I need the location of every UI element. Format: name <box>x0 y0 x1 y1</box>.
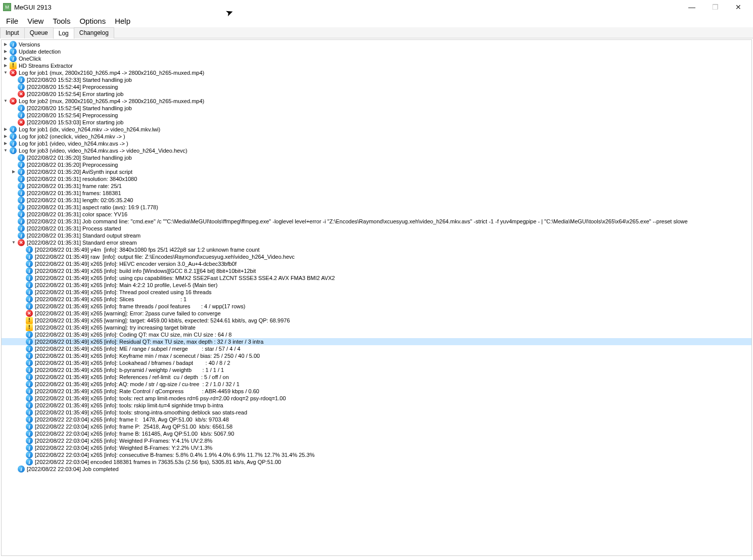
log-row[interactable]: [2022/08/20 15:52:54] Started handling j… <box>2 105 751 112</box>
log-row[interactable]: [2022/08/22 01:35:49] x265 [warning]: tr… <box>2 324 751 331</box>
log-row[interactable]: [2022/08/22 01:35:49] x265 [info]: tools… <box>2 409 751 416</box>
log-row[interactable]: Log for job1 (idx, video_h264.mkv -> vid… <box>2 126 751 133</box>
log-row[interactable]: [2022/08/22 01:35:49] x265 [info]: Codin… <box>2 331 751 338</box>
log-row[interactable]: [2022/08/20 15:52:44] Preprocessing <box>2 83 751 90</box>
log-row[interactable]: [2022/08/22 01:35:49] x265 [info]: frame… <box>2 303 751 310</box>
info-icon <box>18 465 25 473</box>
log-text: [2022/08/22 01:35:49] x265 [info]: Codin… <box>35 331 231 338</box>
log-row[interactable]: [2022/08/22 01:35:49] x265 [info]: tools… <box>2 395 751 402</box>
info-icon <box>26 345 33 352</box>
log-row[interactable]: [2022/08/22 01:35:31] Standard output st… <box>2 232 751 239</box>
log-row[interactable]: [2022/08/22 22:03:04] x265 [info]: frame… <box>2 423 751 430</box>
log-row[interactable]: Versions <box>2 41 751 48</box>
expand-icon[interactable] <box>2 55 10 62</box>
log-row[interactable]: [2022/08/22 22:03:04] Job completed <box>2 465 751 473</box>
log-row[interactable]: [2022/08/22 01:35:31] frame rate: 25/1 <box>2 182 751 190</box>
info-icon <box>26 366 33 374</box>
menu-file[interactable]: File <box>2 16 22 26</box>
log-row[interactable]: [2022/08/22 01:35:49] x265 [info]: Resid… <box>2 338 751 345</box>
log-row[interactable]: [2022/08/22 01:35:31] Job command line: … <box>2 218 751 225</box>
expand-icon[interactable] <box>2 140 10 147</box>
log-row[interactable]: [2022/08/22 01:35:31] Process started <box>2 225 751 232</box>
log-row[interactable]: [2022/08/22 01:35:49] x265 [info]: Keyfr… <box>2 352 751 359</box>
error-icon <box>26 310 33 317</box>
log-row[interactable]: [2022/08/22 01:35:49] raw [info]: output… <box>2 253 751 260</box>
menu-view[interactable]: View <box>23 16 48 26</box>
log-row[interactable]: [2022/08/22 01:35:49] x265 [info]: Slice… <box>2 296 751 303</box>
expand-icon[interactable] <box>2 133 10 140</box>
log-row[interactable]: Log for job3 (video, video_h264.mkv.avs … <box>2 147 751 154</box>
log-row[interactable]: [2022/08/22 01:35:49] x265 [info]: Threa… <box>2 289 751 296</box>
log-row[interactable]: [2022/08/22 01:35:31] length: 02:05:35.2… <box>2 197 751 204</box>
log-row[interactable]: [2022/08/20 15:52:54] Preprocessing <box>2 112 751 119</box>
menu-options[interactable]: Options <box>75 16 110 26</box>
log-text: [2022/08/22 22:03:04] x265 [info]: Weigh… <box>35 444 212 451</box>
log-row[interactable]: Log for job1 (mux, 2800x2160_h265.mp4 ->… <box>2 69 751 76</box>
info-icon <box>18 218 25 225</box>
maximize-button[interactable]: ❐ <box>703 0 727 14</box>
close-button[interactable]: ✕ <box>727 0 750 14</box>
log-text: [2022/08/22 01:35:49] x265 [warning]: ta… <box>35 317 290 324</box>
log-row[interactable]: Log for job2 (mux, 2800x2160_h265.mp4 ->… <box>2 98 751 105</box>
collapse-icon[interactable] <box>2 147 10 154</box>
log-row[interactable]: [2022/08/22 01:35:31] frames: 188381 <box>2 190 751 197</box>
collapse-icon[interactable] <box>2 98 10 105</box>
log-row[interactable]: [2022/08/22 01:35:49] x265 [info]: Main … <box>2 282 751 289</box>
log-row[interactable]: [2022/08/22 01:35:31] Standard error str… <box>2 239 751 246</box>
log-row[interactable]: Log for job1 (video, video_h264.mkv.avs … <box>2 140 751 147</box>
expand-icon[interactable] <box>10 168 18 175</box>
info-icon <box>18 197 25 204</box>
log-row[interactable]: [2022/08/22 22:03:04] x265 [info]: conse… <box>2 451 751 458</box>
log-row[interactable]: [2022/08/22 01:35:49] x265 [info]: ME / … <box>2 345 751 352</box>
menu-help[interactable]: Help <box>111 16 134 26</box>
log-row[interactable]: [2022/08/22 01:35:49] x265 [info]: Rate … <box>2 388 751 395</box>
info-icon <box>26 451 33 458</box>
log-row[interactable]: [2022/08/22 22:03:04] x265 [info]: Weigh… <box>2 437 751 444</box>
log-row[interactable]: [2022/08/22 22:03:04] x265 [info]: frame… <box>2 416 751 423</box>
info-icon <box>26 296 33 303</box>
log-row[interactable]: [2022/08/22 01:35:49] x265 [warning]: Er… <box>2 310 751 317</box>
log-row[interactable]: [2022/08/22 01:35:49] x265 [info]: Refer… <box>2 374 751 381</box>
info-icon <box>10 133 17 140</box>
expand-icon[interactable] <box>2 48 10 55</box>
log-row[interactable]: [2022/08/20 15:52:33] Started handling j… <box>2 76 751 83</box>
log-row[interactable]: [2022/08/22 01:35:49] x265 [warning]: ta… <box>2 317 751 324</box>
log-row[interactable]: [2022/08/22 01:35:31] color space: YV16 <box>2 211 751 218</box>
log-row[interactable]: [2022/08/20 15:52:54] Error starting job <box>2 90 751 98</box>
log-row[interactable]: [2022/08/22 01:35:49] x265 [info]: build… <box>2 267 751 274</box>
log-row[interactable]: HD Streams Extractor <box>2 62 751 69</box>
collapse-icon[interactable] <box>2 69 10 76</box>
log-row[interactable]: Update detection <box>2 48 751 55</box>
tab-input[interactable]: Input <box>0 27 25 38</box>
tree-spacer <box>18 423 26 430</box>
menu-tools[interactable]: Tools <box>49 16 74 26</box>
expand-icon[interactable] <box>2 62 10 69</box>
log-row[interactable]: [2022/08/22 01:35:49] x265 [info]: HEVC … <box>2 260 751 267</box>
log-row[interactable]: [2022/08/22 01:35:31] resolution: 3840x1… <box>2 175 751 182</box>
log-row[interactable]: [2022/08/22 01:35:49] x265 [info]: Looka… <box>2 359 751 366</box>
expand-icon[interactable] <box>2 126 10 133</box>
log-row[interactable]: [2022/08/22 01:35:49] y4m [info]: 3840x1… <box>2 246 751 253</box>
log-row[interactable]: [2022/08/22 01:35:49] x265 [info]: tools… <box>2 402 751 409</box>
collapse-icon[interactable] <box>10 239 18 246</box>
log-row[interactable]: Log for job2 (oneclick, video_h264.mkv -… <box>2 133 751 140</box>
tab-changelog[interactable]: Changelog <box>74 27 114 38</box>
log-row[interactable]: [2022/08/20 15:53:03] Error starting job <box>2 119 751 126</box>
minimize-button[interactable]: — <box>680 0 703 14</box>
log-row[interactable]: [2022/08/22 01:35:49] x265 [info]: using… <box>2 274 751 282</box>
log-row[interactable]: [2022/08/22 01:35:31] aspect ratio (avs)… <box>2 204 751 211</box>
log-tree[interactable]: VersionsUpdate detectionOneClickHD Strea… <box>1 39 752 556</box>
expand-icon[interactable] <box>2 41 10 48</box>
log-row[interactable]: OneClick <box>2 55 751 62</box>
log-row[interactable]: [2022/08/22 01:35:49] x265 [info]: b-pyr… <box>2 366 751 374</box>
log-text: [2022/08/22 01:35:20] AviSynth input scr… <box>27 168 132 175</box>
tab-log[interactable]: Log <box>53 28 74 39</box>
log-row[interactable]: [2022/08/22 01:35:20] AviSynth input scr… <box>2 168 751 175</box>
log-row[interactable]: [2022/08/22 22:03:04] encoded 188381 fra… <box>2 458 751 465</box>
log-row[interactable]: [2022/08/22 22:03:04] x265 [info]: Weigh… <box>2 444 751 451</box>
log-row[interactable]: [2022/08/22 22:03:04] x265 [info]: frame… <box>2 430 751 437</box>
log-row[interactable]: [2022/08/22 01:35:49] x265 [info]: AQ: m… <box>2 381 751 388</box>
tab-queue[interactable]: Queue <box>24 27 54 38</box>
log-row[interactable]: [2022/08/22 01:35:20] Preprocessing <box>2 161 751 168</box>
log-row[interactable]: [2022/08/22 01:35:20] Started handling j… <box>2 154 751 161</box>
